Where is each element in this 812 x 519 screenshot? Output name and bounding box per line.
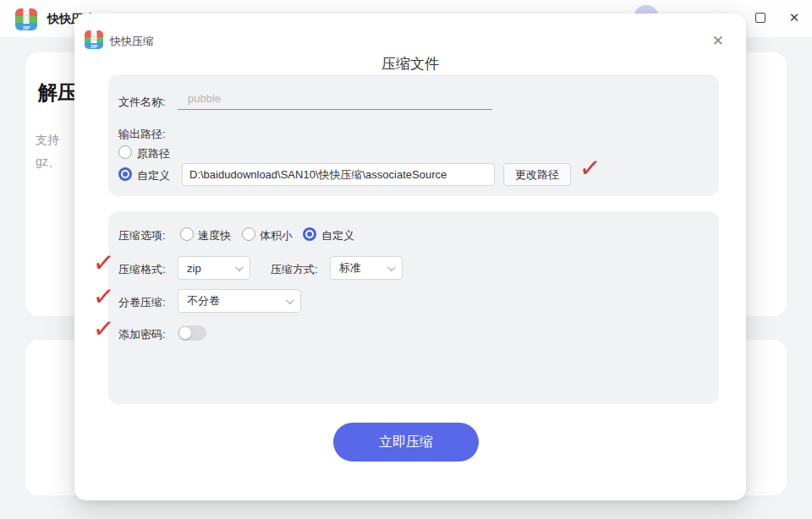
method-label: 压缩方式:	[271, 262, 318, 277]
zip-icon-label: ZIP	[88, 44, 101, 49]
chevron-down-icon	[235, 263, 244, 271]
dialog-zip-icon: ZIP	[85, 30, 103, 49]
format-select[interactable]: zip	[178, 256, 250, 280]
background-section-heading: 解压	[38, 79, 77, 106]
app-zip-icon: ZIP	[15, 8, 37, 30]
radio-small-label[interactable]: 体积小	[260, 228, 293, 243]
split-label: 分卷压缩:	[118, 295, 166, 310]
radio-custom-option-label[interactable]: 自定义	[321, 228, 354, 243]
toggle-knob	[179, 327, 191, 339]
background-format-text: gz、	[36, 155, 60, 170]
radio-original-path[interactable]	[118, 145, 132, 159]
zipper-pull	[92, 36, 96, 40]
check-icon: ✓	[91, 282, 115, 311]
compress-dialog: ZIP 快快压缩 ✕ 压缩文件 文件名称: 输出路径: 原路径 自定义 更改路径…	[74, 14, 746, 500]
method-select[interactable]: 标准	[330, 256, 403, 280]
radio-custom-option[interactable]	[303, 227, 316, 241]
radio-custom-path[interactable]	[118, 167, 132, 181]
radio-small[interactable]	[242, 227, 255, 241]
zipper-pull	[24, 15, 29, 20]
output-path-label: 输出路径:	[118, 127, 166, 142]
check-icon: ✓	[578, 154, 601, 183]
radio-fast[interactable]	[180, 227, 194, 241]
dialog-app-title: 快快压缩	[110, 34, 154, 49]
radio-original-path-label[interactable]: 原路径	[137, 146, 170, 161]
compress-now-button[interactable]: 立即压缩	[333, 423, 479, 462]
split-select[interactable]: 不分卷	[178, 289, 301, 313]
chevron-down-icon	[286, 296, 294, 304]
background-support-text: 支持	[36, 133, 59, 148]
file-name-label: 文件名称:	[118, 95, 166, 110]
close-window-icon[interactable]: ✕	[788, 12, 800, 24]
compress-options-label: 压缩选项:	[118, 228, 166, 243]
check-icon: ✓	[91, 314, 115, 343]
password-label: 添加密码:	[118, 327, 166, 342]
file-settings-section: 文件名称: 输出路径: 原路径 自定义 更改路径 ✓	[108, 74, 719, 196]
compress-settings-section: 压缩选项: 速度快 体积小 自定义 ✓ 压缩格式: zip 压缩方式: 标准 ✓…	[108, 211, 719, 404]
dialog-title: 压缩文件	[74, 54, 746, 74]
dialog-close-icon[interactable]: ✕	[712, 32, 724, 50]
method-select-value: 标准	[339, 260, 361, 276]
file-name-input[interactable]	[178, 88, 492, 110]
change-path-button[interactable]: 更改路径	[503, 163, 571, 186]
zip-icon-label: ZIP	[19, 25, 33, 30]
radio-fast-label[interactable]: 速度快	[198, 228, 231, 243]
password-toggle[interactable]	[178, 325, 206, 341]
radio-custom-path-label[interactable]: 自定义	[137, 168, 170, 183]
split-select-value: 不分卷	[187, 293, 220, 309]
chevron-down-icon	[387, 263, 396, 271]
check-icon: ✓	[91, 249, 115, 277]
format-select-value: zip	[187, 262, 201, 275]
custom-path-input[interactable]	[182, 163, 495, 186]
format-label: 压缩格式:	[118, 262, 166, 277]
maximize-icon[interactable]	[754, 12, 766, 24]
